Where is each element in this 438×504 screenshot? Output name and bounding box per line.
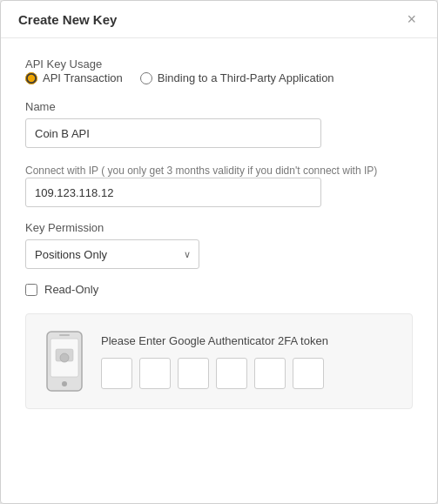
ip-field-group: Connect with IP ( you only get 3 months … xyxy=(25,162,413,207)
radio-third-party-input[interactable] xyxy=(140,72,152,84)
api-key-usage-group: API Key Usage API Transaction Binding to… xyxy=(25,56,413,84)
key-permission-group: Key Permission Positions Only Full Acces… xyxy=(25,221,413,269)
svg-point-2 xyxy=(62,381,67,386)
twofa-right: Please Enter Google Authenticator 2FA to… xyxy=(101,334,328,389)
readonly-checkbox-row: Read-Only xyxy=(25,283,413,296)
radio-api-transaction-input[interactable] xyxy=(25,72,37,84)
token-boxes xyxy=(101,358,328,389)
radio-api-transaction-label: API Transaction xyxy=(43,71,123,84)
twofa-label: Please Enter Google Authenticator 2FA to… xyxy=(101,334,328,347)
modal-title: Create New Key xyxy=(18,12,117,27)
ip-input[interactable] xyxy=(25,178,321,207)
token-box-6[interactable] xyxy=(293,358,324,389)
modal-header: Create New Key × xyxy=(1,1,437,38)
key-permission-select-wrapper: Positions Only Full Access Read Only ∨ xyxy=(25,239,199,269)
modal-body: API Key Usage API Transaction Binding to… xyxy=(1,38,437,503)
readonly-label[interactable]: Read-Only xyxy=(44,283,98,296)
svg-rect-3 xyxy=(59,334,70,336)
svg-point-5 xyxy=(60,353,69,362)
name-field-group: Name xyxy=(25,100,413,148)
token-box-2[interactable] xyxy=(139,358,171,389)
key-permission-select[interactable]: Positions Only Full Access Read Only xyxy=(25,239,199,269)
key-permission-label: Key Permission xyxy=(25,221,413,234)
token-box-4[interactable] xyxy=(216,358,247,389)
twofa-section: Please Enter Google Authenticator 2FA to… xyxy=(25,313,413,409)
token-box-5[interactable] xyxy=(254,358,286,389)
api-key-usage-label: API Key Usage xyxy=(25,57,102,71)
radio-third-party[interactable]: Binding to a Third-Party Application xyxy=(140,71,334,84)
radio-group: API Transaction Binding to a Third-Party… xyxy=(25,71,413,84)
token-box-3[interactable] xyxy=(178,358,209,389)
radio-api-transaction[interactable]: API Transaction xyxy=(25,71,123,84)
close-button[interactable]: × xyxy=(403,11,420,27)
name-label: Name xyxy=(25,100,413,113)
create-new-key-modal: Create New Key × API Key Usage API Trans… xyxy=(0,0,438,504)
radio-third-party-label: Binding to a Third-Party Application xyxy=(158,71,334,84)
ip-hint-label: Connect with IP ( you only get 3 months … xyxy=(25,165,377,177)
phone-icon xyxy=(44,330,85,393)
name-input[interactable] xyxy=(25,118,321,148)
readonly-checkbox[interactable] xyxy=(25,284,37,296)
token-box-1[interactable] xyxy=(101,358,132,389)
